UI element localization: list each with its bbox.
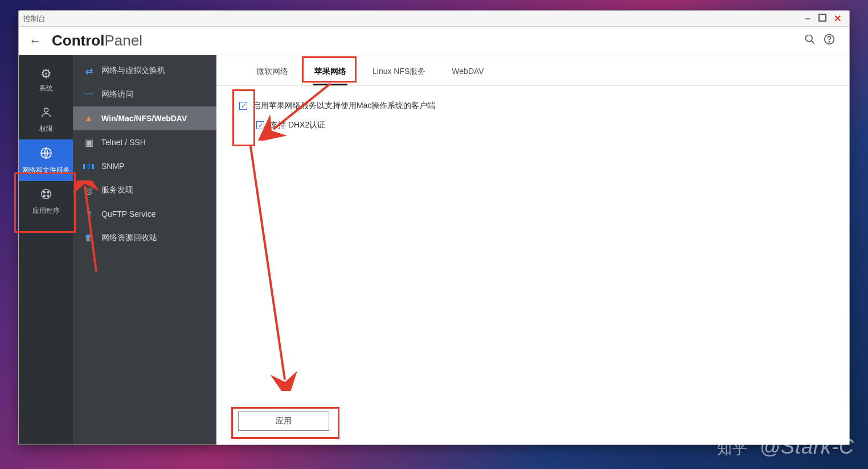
switch-icon: ⇄ [81, 65, 97, 76]
sidebar-item-quftp-service[interactable]: ⬆ QuFTP Service [73, 202, 216, 226]
tab-microsoft-network[interactable]: 微软网络 [255, 63, 289, 85]
window-minimize-button[interactable] [800, 14, 815, 24]
trash-icon: 🗑 [81, 233, 97, 243]
rail-item-label: 网络和文件服务 [22, 166, 70, 174]
svg-point-8 [47, 191, 48, 193]
svg-point-0 [806, 35, 813, 42]
back-arrow-icon[interactable]: ← [29, 34, 42, 48]
window-close-button[interactable] [830, 13, 845, 24]
svg-point-9 [43, 195, 45, 197]
sidebar-item-label: Win/Mac/NFS/WebDAV [101, 114, 187, 123]
sidebar-item-network-recycle-bin[interactable]: 🗑 网络资源回收站 [73, 226, 216, 250]
rail-item-applications[interactable]: 应用程序 [19, 181, 73, 221]
apps-icon [19, 188, 73, 204]
rail-item-label: 应用程序 [32, 207, 60, 215]
svg-point-4 [44, 108, 48, 112]
wave-icon: 〰 [81, 89, 97, 100]
tab-panel-apple-network: 启用苹果网络服务以支持使用Mac操作系统的客户端 支持 DHX2认证 [216, 86, 849, 154]
svg-point-6 [41, 190, 51, 199]
terminal-icon: ▣ [81, 137, 97, 148]
help-icon[interactable] [820, 34, 839, 48]
tab-label: WebDAV [452, 67, 484, 76]
window-title: 控制台 [23, 14, 46, 24]
tab-apple-network[interactable]: 苹果网络 [313, 63, 347, 85]
category-rail: ⚙ 系统 权限 网络和文件服务 [19, 55, 73, 445]
option-support-dhx2[interactable]: 支持 DHX2认证 [256, 120, 826, 130]
sidebar-item-label: SNMP [101, 162, 124, 171]
sidebar-item-label: Telnet / SSH [101, 138, 146, 147]
rail-item-privileges[interactable]: 权限 [19, 99, 73, 139]
bars-icon: ⫾⫾⫾ [81, 161, 97, 171]
annotation-arrow-checkbox-to-apply [239, 146, 308, 391]
sidebar-item-snmp[interactable]: ⫾⫾⫾ SNMP [73, 154, 216, 178]
apply-button-label: 应用 [276, 416, 292, 425]
sidebar-item-label: 网络访问 [101, 89, 133, 100]
sidebar-item-service-discovery[interactable]: ◎ 服务发现 [73, 178, 216, 202]
page-title: ControlPanel [52, 32, 142, 50]
ftp-icon: ⬆ [81, 209, 97, 220]
page-title-light: Panel [104, 32, 142, 49]
tab-linux-nfs[interactable]: Linux NFS服务 [371, 63, 427, 85]
option-enable-apple-network[interactable]: 启用苹果网络服务以支持使用Mac操作系统的客户端 [239, 101, 826, 111]
tab-label: 微软网络 [256, 67, 288, 76]
window-maximize-button[interactable] [815, 14, 830, 24]
gear-icon: ⚙ [19, 67, 73, 81]
page-title-bold: Control [52, 32, 104, 49]
svg-line-1 [812, 41, 814, 44]
rail-item-network-file-services[interactable]: 网络和文件服务 [19, 139, 73, 181]
checkbox-checked-icon[interactable] [239, 102, 247, 110]
option-label: 支持 DHX2认证 [270, 120, 325, 130]
svg-point-10 [47, 195, 48, 197]
sidebar-item-label: 服务发现 [101, 185, 133, 195]
tabs: 微软网络 苹果网络 Linux NFS服务 WebDAV [216, 55, 849, 86]
svg-point-7 [43, 191, 45, 193]
globe-icon [19, 146, 73, 163]
tab-label: Linux NFS服务 [372, 67, 425, 76]
search-icon[interactable] [800, 34, 820, 48]
sidebar-item-win-mac-nfs-webdav[interactable]: ▲ Win/Mac/NFS/WebDAV [73, 106, 216, 130]
footer: 应用 [216, 404, 849, 445]
checkbox-checked-icon[interactable] [256, 121, 264, 129]
rail-item-system[interactable]: ⚙ 系统 [19, 60, 73, 99]
sidebar-item-network-access[interactable]: 〰 网络访问 [73, 83, 216, 106]
user-icon [19, 106, 73, 122]
tab-webdav[interactable]: WebDAV [451, 63, 485, 85]
rail-item-label: 系统 [39, 84, 53, 92]
titlebar: 控制台 [19, 11, 849, 27]
option-label: 启用苹果网络服务以支持使用Mac操作系统的客户端 [253, 101, 435, 111]
sidebar-item-telnet-ssh[interactable]: ▣ Telnet / SSH [73, 130, 216, 154]
sidebar-item-label: 网络资源回收站 [101, 233, 157, 243]
tab-label: 苹果网络 [314, 67, 346, 76]
svg-point-3 [829, 42, 829, 42]
sidebar-item-network-virtual-switch[interactable]: ⇄ 网络与虚拟交换机 [73, 59, 216, 83]
main-content: 微软网络 苹果网络 Linux NFS服务 WebDAV 启用苹果网络服务以支持… [216, 55, 849, 445]
triangle-icon: ▲ [81, 113, 97, 124]
sidebar-item-label: 网络与虚拟交换机 [101, 65, 165, 76]
rail-item-label: 权限 [39, 125, 53, 133]
apply-button[interactable]: 应用 [238, 412, 329, 431]
control-panel-window: 控制台 ← ControlPanel ⚙ [18, 10, 850, 445]
sidebar-item-label: QuFTP Service [101, 209, 155, 219]
header: ← ControlPanel [19, 27, 849, 55]
sidebar: ⇄ 网络与虚拟交换机 〰 网络访问 ▲ Win/Mac/NFS/WebDAV ▣… [73, 55, 216, 445]
svg-line-12 [251, 146, 285, 380]
radar-icon: ◎ [81, 185, 97, 196]
